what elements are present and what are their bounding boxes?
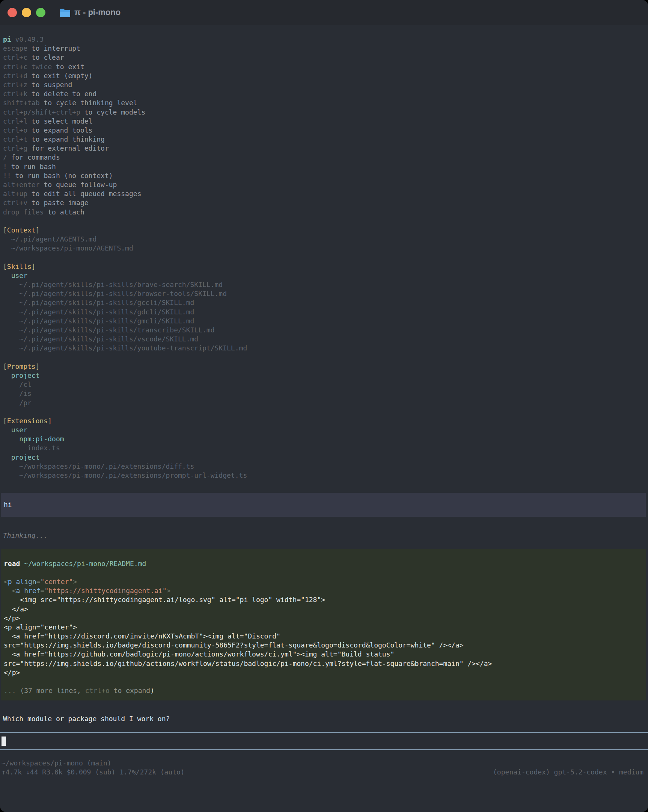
terminal-line: ctrl+t to expand thinking [3, 135, 646, 144]
terminal-output: pi v0.49.3escape to interruptctrl+c to c… [0, 0, 648, 812]
terminal-line: ctrl+k to delete to end [3, 89, 646, 98]
terminal-line: alt+enter to queue follow-up [3, 180, 646, 189]
terminal-line: index.ts [3, 444, 646, 453]
terminal-line: user [3, 271, 646, 280]
terminal-line: /cl [3, 380, 646, 389]
terminal-line: ~/.pi/agent/skills/pi-skills/gccli/SKILL… [3, 298, 646, 307]
terminal-line: src="https://img.shields.io/badge/discor… [4, 641, 643, 650]
terminal-line: <p align="center"> [4, 577, 643, 586]
status-model: (openai-codex) gpt-5.2-codex • medium [493, 768, 643, 777]
text-cursor [2, 737, 6, 746]
terminal-line: pi v0.49.3 [3, 35, 646, 44]
terminal-line: ~/.pi/agent/skills/pi-skills/brave-searc… [3, 280, 646, 289]
terminal-line: ... (37 more lines, ctrl+o to expand) [4, 686, 643, 695]
terminal-line: alt+up to edit all queued messages [3, 189, 646, 198]
terminal-line: </a> [4, 605, 643, 614]
terminal-line: ~/.pi/agent/AGENTS.md [3, 235, 646, 244]
terminal-line: <a href="https://github.com/badlogic/pi-… [4, 650, 643, 659]
terminal-line: ctrl+c twice to exit [3, 63, 646, 71]
terminal-line: <p align="center"> [4, 623, 643, 632]
terminal-line: ~/.pi/agent/skills/pi-skills/youtube-tra… [3, 343, 646, 353]
terminal-line: ctrl+o to expand tools [3, 126, 646, 135]
terminal-line: [Extensions] [3, 417, 646, 426]
terminal-line [3, 408, 646, 417]
thinking-indicator: Thinking... [3, 531, 646, 540]
terminal-line: project [3, 371, 646, 380]
terminal-line: ~/.pi/agent/skills/pi-skills/browser-too… [3, 289, 646, 298]
terminal-line: </p> [4, 668, 643, 677]
terminal-line: escape to interrupt [3, 44, 646, 53]
terminal-line: ctrl+l to select model [3, 117, 646, 126]
terminal-line [3, 253, 646, 262]
prompt-input[interactable] [0, 732, 648, 750]
terminal-line: ~/.pi/agent/skills/pi-skills/gdcli/SKILL… [3, 308, 646, 317]
terminal-line [4, 677, 643, 686]
terminal-line: ~/.pi/agent/skills/pi-skills/vscode/SKIL… [3, 335, 646, 343]
terminal-line: ~/.pi/agent/skills/pi-skills/gmcli/SKILL… [3, 317, 646, 326]
terminal-line [3, 353, 646, 362]
terminal-line: ctrl+c to clear [3, 53, 646, 62]
terminal-line [4, 568, 643, 577]
terminal-window: π - pi-mono pi v0.49.3escape to interrup… [0, 0, 648, 812]
terminal-line [3, 217, 646, 226]
terminal-line: ctrl+z to suspend [3, 80, 646, 89]
user-message-text: hi [4, 500, 643, 509]
tool-call-box: read ~/workspaces/pi-mono/README.md <p a… [1, 549, 646, 701]
terminal-line: </p> [4, 614, 643, 623]
terminal-line: ~/workspaces/pi-mono/.pi/extensions/diff… [3, 462, 646, 471]
terminal-line: [Context] [3, 226, 646, 235]
terminal-line: !! to run bash (no context) [3, 171, 646, 180]
terminal-line: project [3, 453, 646, 462]
status-bar: ~/workspaces/pi-mono (main) ↑4.7k ↓44 R3… [2, 759, 646, 777]
terminal-line: <a href="https://discord.com/invite/nKXT… [4, 632, 643, 641]
terminal-line: ~/workspaces/pi-mono/AGENTS.md [3, 244, 646, 253]
terminal-line: read ~/workspaces/pi-mono/README.md [4, 559, 643, 568]
terminal-line: /is [3, 389, 646, 398]
terminal-line: <a href="https://shittycodingagent.ai"> [4, 586, 643, 595]
session-info: pi v0.49.3escape to interruptctrl+c to c… [3, 35, 646, 480]
user-message-box: hi [1, 493, 646, 517]
terminal-line: / for commands [3, 153, 646, 162]
terminal-line: <img src="https://shittycodingagent.ai/l… [4, 595, 643, 604]
terminal-line: ctrl+d to exit (empty) [3, 71, 646, 80]
terminal-line: ! to run bash [3, 162, 646, 171]
terminal-line: [Prompts] [3, 362, 646, 371]
terminal-line: user [3, 426, 646, 435]
terminal-line: src="https://img.shields.io/github/actio… [4, 659, 643, 668]
terminal-line: /pr [3, 398, 646, 408]
assistant-message: Which module or package should I work on… [3, 714, 646, 723]
status-cwd-branch: ~/workspaces/pi-mono (main) [2, 759, 646, 768]
status-token-usage: ↑4.7k ↓44 R3.8k $0.009 (sub) 1.7%/272k (… [2, 768, 185, 777]
terminal-line: npm:pi-doom [3, 435, 646, 444]
terminal-line: ctrl+v to paste image [3, 198, 646, 207]
terminal-line: ~/.pi/agent/skills/pi-skills/transcribe/… [3, 326, 646, 335]
terminal-line: ctrl+p/shift+ctrl+p to cycle models [3, 108, 646, 117]
terminal-line: shift+tab to cycle thinking level [3, 98, 646, 107]
terminal-line: ctrl+g for external editor [3, 144, 646, 153]
terminal-line: drop files to attach [3, 208, 646, 217]
terminal-line: ~/workspaces/pi-mono/.pi/extensions/prom… [3, 471, 646, 480]
terminal-line: [Skills] [3, 262, 646, 271]
